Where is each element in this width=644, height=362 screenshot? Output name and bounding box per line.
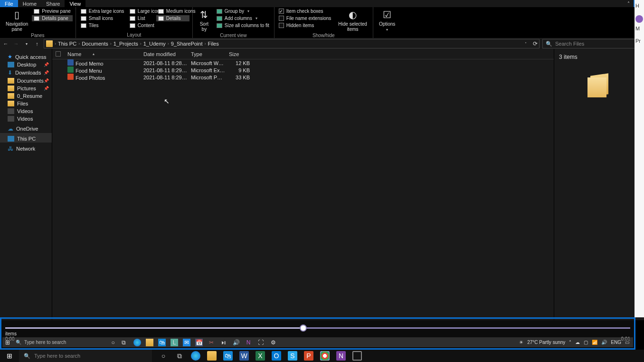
tab-home[interactable]: Home (18, 0, 41, 7)
teams-icon[interactable]: S (288, 351, 297, 361)
taskbar-search-input[interactable]: 🔍Type here to search (19, 350, 152, 362)
nav-videos[interactable]: Videos (0, 107, 52, 115)
taskview-icon[interactable]: ⧉ (175, 351, 184, 361)
layout-content[interactable]: Content (128, 22, 156, 29)
calendar-icon[interactable]: 📅 (195, 339, 203, 346)
file-row[interactable]: Food Memo2021-08-11 8:28 PMMicrosoft Wor… (52, 59, 554, 67)
nav-network[interactable]: 🖧Network (0, 143, 52, 153)
col-type[interactable]: Type (187, 51, 225, 57)
sort-by-button[interactable]: ⇅ Sort by (196, 8, 213, 33)
weather-icon[interactable]: ☀ (519, 340, 523, 345)
taskview-icon[interactable]: ⧉ (118, 339, 129, 346)
layout-medium[interactable]: Medium icons (156, 8, 189, 14)
hide-selected-button[interactable]: ◐ Hide selected items (335, 8, 370, 33)
address-dropdown-icon[interactable]: ˅ (522, 42, 530, 46)
seek-handle[interactable] (300, 324, 307, 332)
excel-icon[interactable]: X (256, 351, 265, 361)
tab-file[interactable]: File (0, 0, 18, 7)
snip-icon[interactable]: ✂ (208, 339, 215, 346)
nav-up-button[interactable]: ↑ (33, 41, 41, 47)
edge-icon[interactable] (191, 351, 200, 361)
breadcrumb[interactable]: › This PC› Documents› 1_Projects› 1_Udem… (44, 39, 540, 48)
battery-icon[interactable]: ▢ (584, 340, 588, 345)
start-icon[interactable]: ⊞ (2, 339, 13, 346)
powerpoint-icon[interactable]: P (304, 351, 313, 361)
nav-back-button[interactable]: ← (2, 41, 9, 47)
layout-details[interactable]: Details (156, 15, 189, 21)
layout-list[interactable]: List (128, 15, 156, 21)
nav-onedrive[interactable]: ☁OneDrive (0, 123, 52, 133)
file-list-area[interactable]: Name Date modified Type Size Food Memo20… (52, 49, 554, 320)
size-columns-button[interactable]: Size all columns to fit (215, 22, 271, 29)
nav-forward-button[interactable]: → (12, 41, 20, 47)
layout-small[interactable]: Small icons (79, 15, 128, 21)
navigation-pane-button[interactable]: ▯ Navigation pane (3, 8, 31, 33)
chevron-up-icon[interactable]: ˄ (569, 340, 571, 345)
app-icon[interactable]: L (170, 339, 178, 346)
cortana-icon[interactable]: ○ (108, 339, 118, 346)
refresh-button[interactable]: ⟳ (531, 40, 539, 47)
mail-icon[interactable]: ✉ (183, 339, 190, 346)
volume-icon[interactable]: 🔊 (232, 339, 240, 346)
edge-icon[interactable] (133, 339, 141, 346)
col-name[interactable]: Name (64, 51, 140, 57)
onenote-icon[interactable]: N (245, 339, 252, 346)
col-size[interactable]: Size (225, 51, 254, 57)
breadcrumb-seg[interactable]: Documents (82, 41, 108, 47)
nav-documents[interactable]: Documents📌 (0, 77, 52, 85)
preview-pane-button[interactable]: Preview pane (32, 8, 73, 14)
store-icon[interactable]: 🛍 (223, 351, 233, 361)
file-row[interactable]: Food Menu2021-08-11 8:29 PMMicrosoft Exc… (52, 67, 554, 74)
breadcrumb-seg[interactable]: 1_Udemy (143, 41, 166, 47)
breadcrumb-seg[interactable]: This PC (58, 41, 76, 47)
ribbon-collapse-icon[interactable]: ˄ (623, 0, 634, 7)
wifi-icon[interactable]: 📶 (592, 340, 597, 345)
nav-this-pc[interactable]: This PC (0, 133, 52, 143)
onedrive-tray-icon[interactable]: ☁ (575, 340, 580, 345)
notification-icon[interactable]: ▭ (625, 340, 629, 345)
weather-text[interactable]: 27°C Partly sunny (527, 340, 565, 345)
breadcrumb-seg[interactable]: 1_Projects (114, 41, 138, 47)
clock-icon[interactable] (352, 351, 362, 361)
hidden-items-toggle[interactable]: Hidden items (277, 22, 333, 29)
explorer-icon[interactable] (146, 339, 153, 346)
nav-files[interactable]: Files (0, 100, 52, 107)
inner-search-input[interactable]: 🔍Type here to search (13, 340, 108, 345)
tab-share[interactable]: Share (41, 0, 65, 7)
explorer-icon[interactable] (207, 351, 217, 361)
volume-tray-icon[interactable]: 🔊 (601, 340, 607, 345)
search-input[interactable]: 🔍 Search Files (542, 39, 642, 48)
nav-pictures[interactable]: Pictures📌 (0, 85, 52, 92)
nav-resume[interactable]: 0_Resume (0, 92, 52, 100)
file-name-extensions-toggle[interactable]: File name extensions (277, 15, 333, 21)
item-check-boxes-toggle[interactable]: ✓Item check boxes (277, 8, 333, 14)
play-pause-icon[interactable]: ⏯ (220, 339, 227, 346)
options-button[interactable]: ☑ Options ▾ (376, 8, 398, 33)
select-all-checkbox[interactable] (52, 51, 64, 57)
tab-view[interactable]: View (65, 0, 85, 7)
layout-extra-large[interactable]: Extra large icons (79, 8, 128, 14)
nav-recent-dropdown[interactable]: ▾ (23, 42, 30, 46)
lang-indicator[interactable]: ENG (611, 340, 621, 345)
cortana-icon[interactable]: ○ (159, 351, 168, 361)
col-date[interactable]: Date modified (140, 51, 187, 57)
word-icon[interactable]: W (239, 351, 249, 361)
nav-desktop[interactable]: Desktop📌 (0, 61, 52, 68)
outlook-icon[interactable]: O (272, 351, 281, 361)
breadcrumb-seg[interactable]: Files (208, 41, 219, 47)
group-by-button[interactable]: Group by▾ (215, 8, 271, 14)
onenote-icon[interactable]: N (336, 351, 346, 361)
fullscreen-icon[interactable]: ⛶ (257, 339, 265, 346)
nav-videos2[interactable]: Videos (0, 115, 52, 123)
nav-downloads[interactable]: ⬇Downloads📌 (0, 68, 52, 77)
store-icon[interactable]: 🛍 (158, 339, 166, 346)
details-pane-button[interactable]: Details pane (32, 15, 73, 21)
file-row[interactable]: Food Photos2021-08-11 8:29 PMMicrosoft P… (52, 74, 554, 81)
nav-quick-access[interactable]: ★Quick access (0, 51, 52, 61)
layout-tiles[interactable]: Tiles (79, 22, 128, 29)
add-columns-button[interactable]: Add columns▾ (215, 15, 271, 21)
chrome-icon[interactable] (320, 351, 330, 361)
start-button[interactable]: ⊞ (0, 352, 19, 360)
settings-icon[interactable]: ⚙ (269, 339, 277, 346)
breadcrumb-seg[interactable]: 9_SharePoint (171, 41, 203, 47)
